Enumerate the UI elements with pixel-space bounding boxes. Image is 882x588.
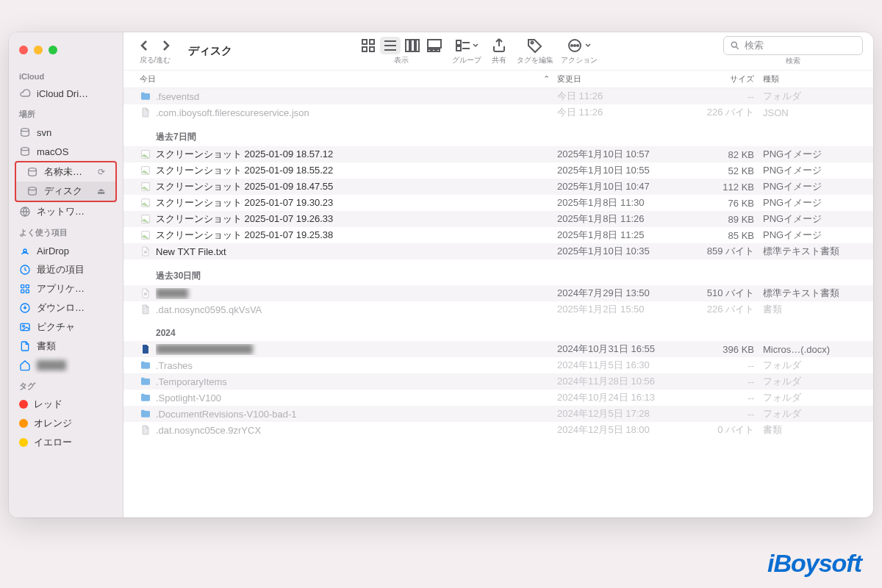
- sidebar-item-label: iCloud Dri…: [37, 88, 88, 99]
- file-name: .DocumentRevisions-V100-bad-1: [156, 409, 557, 420]
- sidebar-item-downloads[interactable]: ダウンロ…: [9, 298, 123, 318]
- file-size: --: [689, 392, 763, 404]
- eject-icon[interactable]: ⏏: [97, 186, 105, 196]
- view-column-button[interactable]: [402, 37, 423, 54]
- sidebar-item-documents[interactable]: 書類: [9, 337, 123, 356]
- sidebar-item-macos[interactable]: macOS: [9, 142, 123, 161]
- file-name: .com.iboysoft.filerescureservice.json: [156, 107, 557, 118]
- doc-icon: [140, 107, 151, 118]
- sidebar-item-label: ディスク: [44, 184, 82, 198]
- home-icon: [19, 359, 31, 371]
- sidebar-item-applications[interactable]: アプリケ…: [9, 279, 123, 298]
- file-size: --: [689, 376, 763, 387]
- file-row[interactable]: .TemporaryItems2024年11月28日 10:56--フォルダ: [123, 373, 873, 390]
- svg-rect-9: [21, 290, 24, 293]
- file-row[interactable]: ▪▪▪▪2024年7月29日 13:50510 バイト標準テキスト書類: [123, 285, 873, 301]
- file-kind: フォルダ: [763, 90, 873, 103]
- sidebar-item-airdrop[interactable]: AirDrop: [9, 241, 123, 260]
- file-row[interactable]: New TXT File.txt2025年1月10日 10:35859 バイト標…: [123, 243, 873, 259]
- file-date: 2025年1月10日 10:55: [557, 164, 689, 177]
- sidebar-item-pictures[interactable]: ピクチャ: [9, 318, 123, 337]
- group-label: 2024: [123, 318, 873, 341]
- group-label: 過去30日間: [123, 259, 873, 285]
- file-row[interactable]: .Trashes2024年11月5日 16:30--フォルダ: [123, 357, 873, 373]
- close-button[interactable]: [19, 46, 28, 54]
- file-name: スクリーンショット 2025-01-09 18.55.22: [156, 164, 557, 177]
- col-name[interactable]: 今日⌃: [140, 74, 557, 85]
- file-kind: 標準テキスト書類: [763, 287, 873, 300]
- file-row[interactable]: スクリーンショット 2025-01-09 18.47.552025年1月10日 …: [123, 179, 873, 195]
- back-button[interactable]: [134, 37, 154, 54]
- window-controls: [9, 38, 123, 66]
- picture-icon: [19, 321, 31, 333]
- file-name: ▪▪▪▪▪▪▪▪▪▪▪▪: [156, 344, 557, 355]
- minimize-button[interactable]: [34, 46, 43, 54]
- file-row[interactable]: スクリーンショット 2025-01-07 19.30.232025年1月8日 1…: [123, 195, 873, 211]
- sidebar-item-home[interactable]: ▪▪▪▪: [9, 356, 123, 375]
- col-size[interactable]: サイズ: [689, 74, 763, 85]
- share-button[interactable]: [489, 37, 509, 54]
- folder-icon: [140, 408, 151, 420]
- disk-icon: [26, 166, 38, 178]
- search-input[interactable]: 検索: [723, 36, 863, 55]
- folder-icon: [140, 90, 151, 102]
- file-kind: PNGイメージ: [763, 229, 873, 242]
- file-row[interactable]: ▪▪▪▪▪▪▪▪▪▪▪▪2024年10月31日 16:55396 KBMicro…: [123, 341, 873, 357]
- file-size: --: [689, 409, 763, 420]
- file-row[interactable]: スクリーンショット 2025-01-07 19.25.382025年1月8日 1…: [123, 227, 873, 243]
- sidebar-tag-item[interactable]: レッド: [9, 395, 123, 414]
- file-name: スクリーンショット 2025-01-07 19.30.23: [156, 196, 557, 209]
- highlight-annotation: 名称未… ⟳ ディスク ⏏: [15, 161, 117, 202]
- col-kind[interactable]: 種類: [763, 74, 873, 85]
- sidebar: iCloud iCloud Dri… 場所 svn macOS 名称未… ⟳ デ…: [9, 32, 123, 517]
- apps-icon: [19, 283, 31, 295]
- sidebar-item-disk[interactable]: ディスク ⏏: [16, 182, 115, 201]
- file-row[interactable]: .Spotlight-V1002024年10月24日 16:13--フォルダ: [123, 390, 873, 406]
- sync-icon: ⟳: [98, 167, 105, 177]
- file-size: 82 KB: [689, 149, 763, 160]
- file-name: .dat.nosync05ce.9zrYCX: [156, 425, 557, 436]
- search-placeholder: 検索: [745, 39, 764, 52]
- file-row[interactable]: スクリーンショット 2025-01-09 18.55.222025年1月10日 …: [123, 162, 873, 179]
- zoom-button[interactable]: [49, 46, 57, 54]
- file-row[interactable]: .dat.nosync0595.qkVsVA2025年1月2日 15:50226…: [123, 301, 873, 318]
- forward-button[interactable]: [156, 37, 176, 54]
- action-button[interactable]: [564, 37, 594, 54]
- sidebar-item-recents[interactable]: 最近の項目: [9, 260, 123, 279]
- tag-button[interactable]: [525, 37, 545, 54]
- view-label: 表示: [394, 55, 409, 65]
- file-list[interactable]: .fseventsd今日 11:26--フォルダ.com.iboysoft.fi…: [123, 88, 873, 517]
- file-row[interactable]: スクリーンショット 2025-01-09 18.57.122025年1月10日 …: [123, 146, 873, 162]
- file-date: 2024年7月29日 13:50: [557, 287, 689, 300]
- tag-color-icon: [19, 400, 28, 409]
- svg-point-2: [29, 168, 37, 171]
- sidebar-tag-item[interactable]: オレンジ: [9, 414, 123, 433]
- file-row[interactable]: .dat.nosync05ce.9zrYCX2024年12月5日 18:000 …: [123, 422, 873, 438]
- view-list-button[interactable]: [380, 37, 401, 54]
- img-icon: [140, 181, 151, 193]
- svg-rect-8: [26, 285, 29, 288]
- file-size: 85 KB: [689, 230, 763, 241]
- svg-rect-14: [362, 40, 367, 44]
- sidebar-tag-item[interactable]: イエロー: [9, 433, 123, 452]
- file-date: 2025年1月10日 10:57: [557, 148, 689, 161]
- sidebar-item-untitled[interactable]: 名称未… ⟳: [16, 162, 115, 182]
- sidebar-item-icloud-drive[interactable]: iCloud Dri…: [9, 84, 123, 103]
- view-icon-button[interactable]: [358, 37, 379, 54]
- col-date[interactable]: 変更日: [557, 74, 689, 85]
- txt-icon: [140, 245, 151, 257]
- file-name: スクリーンショット 2025-01-07 19.25.38: [156, 229, 557, 242]
- sidebar-item-svn[interactable]: svn: [9, 123, 123, 142]
- file-date: 2025年1月8日 11:26: [557, 212, 689, 226]
- file-row[interactable]: .fseventsd今日 11:26--フォルダ: [123, 88, 873, 104]
- file-size: 52 KB: [689, 165, 763, 176]
- file-row[interactable]: スクリーンショット 2025-01-07 19.26.332025年1月8日 1…: [123, 211, 873, 227]
- sidebar-item-network[interactable]: ネットワ…: [9, 202, 123, 221]
- file-date: 2024年11月5日 16:30: [557, 359, 689, 372]
- file-row[interactable]: .com.iboysoft.filerescureservice.json今日 …: [123, 104, 873, 121]
- img-icon: [140, 197, 151, 209]
- file-row[interactable]: .DocumentRevisions-V100-bad-12024年12月5日 …: [123, 406, 873, 422]
- group-button[interactable]: [452, 37, 481, 54]
- file-date: 2025年1月10日 10:35: [557, 245, 689, 258]
- view-gallery-button[interactable]: [424, 37, 445, 54]
